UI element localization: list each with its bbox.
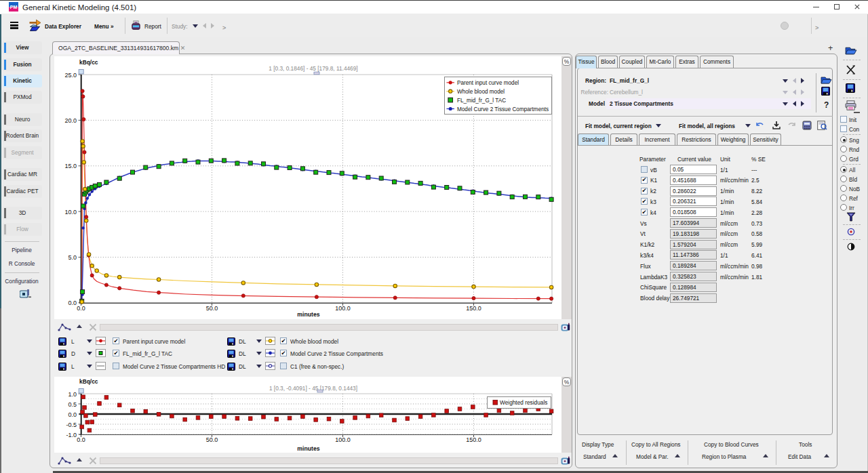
svg-text:-0.5: -0.5	[66, 421, 77, 428]
svg-text:20.0: 20.0	[64, 117, 77, 124]
svg-text:0.0: 0.0	[68, 300, 77, 306]
svg-text:100.0: 100.0	[335, 436, 351, 443]
svg-text:5.0: 5.0	[68, 254, 77, 261]
svg-text:15.0: 15.0	[64, 163, 77, 169]
svg-text:minutes: minutes	[297, 445, 319, 452]
svg-text:150.0: 150.0	[466, 436, 481, 443]
svg-text:50.0: 50.0	[206, 305, 218, 312]
svg-text:25.0: 25.0	[64, 72, 77, 79]
svg-text:150.0: 150.0	[466, 305, 481, 312]
svg-text:1 [0.3, 0.1846] - 45 [179.8, 1: 1 [0.3, 0.1846] - 45 [179.8, 11.4469]	[269, 65, 357, 72]
svg-text:0.0: 0.0	[77, 436, 85, 443]
svg-text:1 [0.3, -0.4091] - 45 [179.8,: 1 [0.3, -0.4091] - 45 [179.8, 0.1443]	[269, 385, 357, 392]
svg-text:0.0: 0.0	[68, 411, 77, 418]
svg-text:0.0: 0.0	[77, 305, 85, 312]
svg-text:kBq/cc: kBq/cc	[79, 378, 98, 385]
svg-text:FL_mid_fr_G_l TAC: FL_mid_fr_G_l TAC	[457, 98, 506, 104]
svg-text:1.0: 1.0	[68, 391, 77, 398]
svg-text:Whole blood model: Whole blood model	[457, 89, 505, 95]
svg-text:10.0: 10.0	[64, 209, 77, 215]
svg-text:minutes: minutes	[297, 311, 319, 318]
svg-text:-1.0: -1.0	[66, 432, 77, 438]
svg-text:PM: PM	[10, 5, 18, 9]
svg-text:0.5: 0.5	[68, 401, 77, 408]
svg-text:100.0: 100.0	[335, 305, 351, 312]
svg-text:50.0: 50.0	[206, 436, 218, 443]
svg-text:Parent input curve model: Parent input curve model	[457, 80, 519, 86]
svg-text:kBq/cc: kBq/cc	[79, 59, 98, 66]
svg-text:Model Curve 2 Tissue Compartme: Model Curve 2 Tissue Compartments	[457, 106, 549, 112]
svg-text:Weighted residuals: Weighted residuals	[500, 399, 547, 406]
